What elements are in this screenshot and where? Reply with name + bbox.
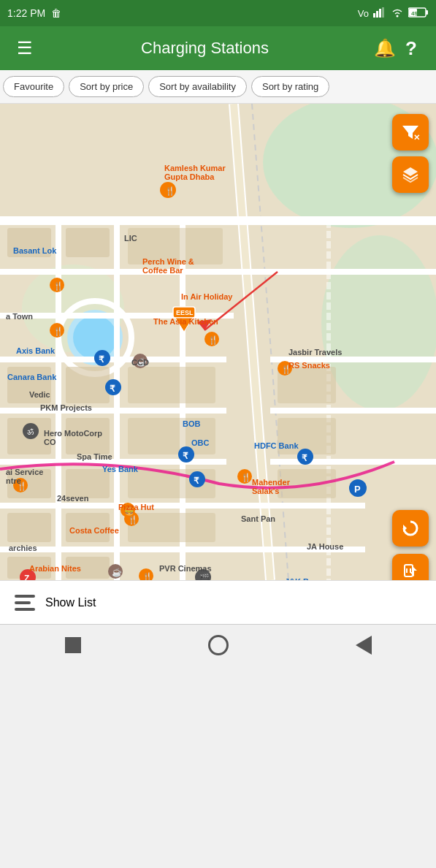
filter-sort-availability[interactable]: Sort by availability: [148, 76, 247, 97]
svg-rect-1: [376, 11, 378, 18]
charging-station-button[interactable]: [392, 554, 429, 580]
filter-sort-price[interactable]: Sort by price: [69, 76, 144, 97]
menu-icon[interactable]: ☰: [12, 38, 38, 58]
svg-rect-23: [66, 418, 110, 454]
svg-rect-21: [128, 367, 215, 403]
page-title: Charging Stations: [38, 39, 372, 58]
svg-point-11: [321, 235, 436, 411]
svg-rect-3: [382, 7, 384, 18]
wifi-icon: [391, 7, 404, 20]
svg-text:🍴: 🍴: [142, 571, 153, 580]
svg-rect-2: [379, 9, 381, 18]
svg-text:₹: ₹: [194, 476, 199, 486]
svg-text:✕: ✕: [413, 133, 420, 142]
svg-text:🍴: 🍴: [53, 281, 64, 291]
svg-point-4: [397, 15, 399, 17]
svg-text:🎬: 🎬: [199, 573, 210, 580]
svg-rect-30: [128, 513, 215, 542]
svg-text:49: 49: [411, 10, 418, 17]
svg-text:☕: ☕: [112, 567, 122, 577]
map-svg: 🍴 🍴 🍴 🍴 🍴 🍴 🍴 🍴 🍴 ₹ ₹ ₹ ₹ ₹ ₹ ₹ ₹ ॐ P ☕ …: [0, 104, 436, 580]
header: ☰ Charging Stations 🔔 ?: [0, 26, 436, 70]
svg-rect-28: [7, 513, 51, 542]
notification-icon[interactable]: 🔔: [372, 38, 398, 58]
battery-icon: 49: [408, 7, 429, 20]
svg-text:₹: ₹: [110, 384, 115, 394]
svg-text:₹: ₹: [183, 451, 188, 461]
show-list-bar[interactable]: Show List: [0, 580, 436, 624]
svg-rect-20: [66, 367, 110, 403]
svg-text:🍴: 🍴: [241, 472, 251, 482]
layers-button[interactable]: [392, 156, 429, 193]
svg-rect-19: [7, 367, 51, 403]
svg-rect-93: [405, 565, 413, 576]
svg-rect-32: [66, 557, 110, 579]
volte-icon: Vo: [358, 8, 369, 19]
signal-icon: [373, 7, 386, 20]
svg-text:☕: ☕: [137, 357, 147, 367]
svg-text:🍴: 🍴: [208, 335, 218, 345]
svg-text:Z: Z: [24, 574, 29, 580]
list-icon: [15, 595, 35, 611]
delete-icon: 🗑: [51, 7, 61, 19]
svg-text:🍴: 🍴: [281, 364, 291, 374]
svg-rect-16: [7, 228, 51, 257]
time: 1:22 PM: [7, 7, 45, 19]
show-list-label: Show List: [45, 596, 96, 609]
map-area[interactable]: 🍴 🍴 🍴 🍴 🍴 🍴 🍴 🍴 🍴 ₹ ₹ ₹ ₹ ₹ ₹ ₹ ₹ ॐ P ☕ …: [0, 104, 436, 580]
svg-text:EESL: EESL: [176, 309, 194, 316]
svg-rect-29: [66, 513, 110, 542]
back-button[interactable]: [351, 632, 377, 658]
svg-rect-0: [373, 13, 375, 18]
filter-sort-rating[interactable]: Sort by rating: [251, 76, 329, 97]
svg-rect-24: [128, 418, 215, 454]
svg-text:₹: ₹: [302, 453, 307, 463]
status-bar: 1:22 PM 🗑 Vo 49: [0, 0, 436, 26]
svg-rect-6: [426, 10, 428, 15]
svg-text:🍴: 🍴: [53, 326, 64, 336]
svg-point-14: [73, 316, 117, 359]
svg-rect-17: [66, 228, 110, 257]
svg-text:₹: ₹: [99, 354, 104, 365]
bottom-nav: [0, 624, 436, 665]
svg-text:P: P: [354, 484, 361, 495]
filter-button[interactable]: ✕: [392, 114, 429, 151]
svg-rect-26: [66, 469, 110, 498]
home-button[interactable]: [205, 632, 232, 658]
filter-bar: Favourite Sort by price Sort by availabi…: [0, 70, 436, 104]
svg-text:🍔: 🍔: [124, 506, 134, 516]
filter-favourite[interactable]: Favourite: [3, 76, 64, 97]
svg-text:ॐ: ॐ: [27, 427, 34, 436]
refresh-button[interactable]: [392, 510, 429, 547]
help-icon[interactable]: ?: [398, 37, 424, 60]
svg-text:🍴: 🍴: [165, 186, 175, 196]
svg-rect-18: [128, 228, 223, 264]
svg-text:🍴: 🍴: [17, 481, 27, 491]
stop-button[interactable]: [60, 632, 86, 658]
